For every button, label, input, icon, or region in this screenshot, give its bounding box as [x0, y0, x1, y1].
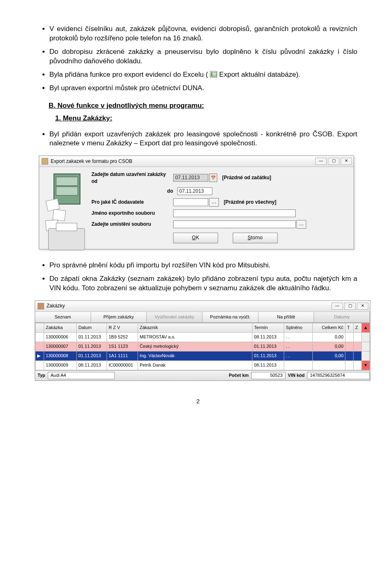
footer-vin-value: 14785296325874 — [307, 372, 370, 379]
grid-header-row: Zakázka Datum R Z V Zákazník Termín Spln… — [36, 323, 370, 332]
path-input[interactable] — [173, 220, 296, 228]
grid-footer: Typ Audi A4 Počet km 50523 VIN kód 14785… — [35, 370, 370, 380]
doc-bullets-1: V evidenci číselníku aut, zakázek půjčov… — [39, 24, 357, 93]
browse-ic-button[interactable]: … — [209, 198, 219, 207]
label-path: Zadejte umístění souboru — [91, 221, 173, 227]
bullet: Byl přidán export uzavřených zakázek pro… — [49, 130, 357, 149]
bullet: Pro správné plnění kódu při importu byl … — [49, 261, 357, 270]
tab-seznam[interactable]: Seznam — [35, 312, 91, 323]
ic-input[interactable] — [173, 198, 208, 206]
export-icon — [210, 71, 217, 78]
dialog-titlebar: Export zakazek ve formatu pro CSOB — ▢ ✕ — [39, 156, 354, 167]
table-row[interactable]: ▶13000000801.11.20131A1 1111Ing. VáclavN… — [36, 351, 370, 360]
dialog-title: Export zakazek ve formatu pro CSOB — [51, 158, 132, 165]
scroll-up-icon[interactable]: ▲ — [362, 323, 370, 332]
label-date-from: Zadejte datum uzavření zakázky od — [91, 171, 173, 184]
footer-km-label: Počet km — [226, 372, 251, 378]
date-from-input[interactable]: 07.11.2013 — [173, 174, 208, 182]
label-date-to: do — [91, 188, 177, 194]
bullet-export: Byla přidána funkce pro export evidencí … — [49, 70, 357, 80]
scroll-down-icon[interactable]: ▼ — [362, 360, 370, 370]
window-title: Zakázky — [47, 303, 65, 309]
submenu-heading: 1. Menu Zakázky: — [55, 114, 357, 123]
tab-napriste[interactable]: Na příště — [258, 312, 314, 323]
dialog-export-csob: Export zakazek ve formatu pro CSOB — ▢ ✕… — [39, 156, 354, 249]
footer-typ-value: Audi A4 — [48, 372, 115, 379]
tab-datumy[interactable]: Datumy — [314, 312, 370, 323]
bullet: Do dobropisu zkrácené zakázky a pneuserv… — [49, 47, 357, 66]
bullet: Byl upraven exportní můstek pro účetnict… — [49, 84, 357, 93]
table-row[interactable]: 13000000601.11.20131B9 5252METROSTAV a.s… — [36, 332, 370, 342]
bullet: Do zápatí okna Zakázky (seznam zakázek) … — [49, 274, 357, 293]
calendar-icon[interactable]: 📅 — [209, 173, 217, 182]
close-button[interactable]: ✕ — [357, 303, 368, 310]
tab-vyuctovani[interactable]: Vyúčtování zakázky — [147, 312, 203, 323]
label-ic: Pro jaké IČ dodavatele — [91, 199, 173, 205]
table-row[interactable]: 13000000701.11.20131S1 1123Český metrolo… — [36, 342, 370, 351]
tabs: Seznam Příjem zakázky Vyúčtování zakázky… — [35, 312, 370, 323]
minimize-button[interactable]: — — [315, 158, 327, 165]
window-titlebar: Zakázky — ▢ ✕ — [35, 301, 370, 312]
close-button[interactable]: ✕ — [341, 158, 352, 165]
maximize-button[interactable]: ▢ — [344, 303, 356, 310]
filename-input[interactable] — [173, 209, 296, 217]
dialog-illustration — [42, 171, 91, 243]
minimize-button[interactable]: — — [332, 303, 343, 310]
window-zakazky: Zakázky — ▢ ✕ Seznam Příjem zakázky Vyúč… — [35, 300, 370, 381]
storno-button[interactable]: Storno — [233, 233, 278, 243]
tab-poznamka[interactable]: Poznámka na vyúčt. — [203, 312, 258, 323]
section-heading-b: B. Nové funkce v jednotlivých menu progr… — [49, 101, 357, 111]
maximize-button[interactable]: ▢ — [328, 158, 339, 165]
ok-button[interactable]: OK — [173, 233, 218, 243]
footer-km-value: 50523 — [251, 372, 285, 379]
bullet: V evidenci číselníku aut, zakázek půjčov… — [49, 24, 357, 43]
label-filename: Jméno exportního souboru — [91, 210, 173, 216]
footer-vin-label: VIN kód — [285, 372, 307, 378]
tab-prijem[interactable]: Příjem zakázky — [91, 312, 147, 323]
window-icon — [38, 303, 44, 309]
hint-ic: [Prázdné pro všechny] — [224, 199, 276, 205]
table-row[interactable]: 13000000908.11.2013IC00000001Petrík Dana… — [36, 360, 370, 370]
browse-path-button[interactable]: … — [296, 220, 306, 229]
orders-grid: Zakázka Datum R Z V Zákazník Termín Spln… — [35, 323, 370, 370]
hint-date-from: [Prázdné od začátku] — [222, 174, 271, 181]
footer-typ-label: Typ — [35, 372, 48, 378]
page-number: 2 — [39, 397, 357, 405]
date-to-input[interactable]: 07.11.2013 — [177, 187, 212, 195]
dialog-icon — [42, 158, 48, 165]
